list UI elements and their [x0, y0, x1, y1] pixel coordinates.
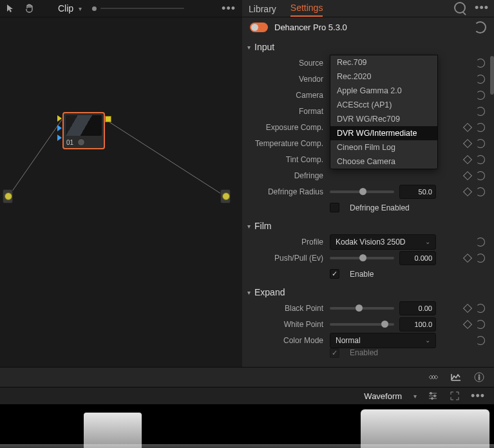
reset-icon[interactable]: [476, 336, 485, 345]
plugin-toggle[interactable]: [250, 23, 268, 32]
svg-line-0: [9, 120, 62, 196]
section-input-header[interactable]: ▾ Input: [247, 39, 485, 55]
option-rec2020[interactable]: Rec.2020: [330, 70, 437, 84]
keyframe-icon[interactable]: [463, 171, 472, 180]
temperature-label: Temperature Comp.: [247, 139, 330, 148]
pushpull-value[interactable]: 0.000: [399, 251, 436, 265]
reset-icon[interactable]: [476, 75, 485, 84]
node-number: 01: [66, 139, 73, 146]
keyframe-icon[interactable]: [463, 154, 472, 163]
node-out[interactable]: [105, 116, 111, 122]
option-dvr-rec709[interactable]: DVR WG/Rec709: [330, 112, 437, 126]
chevron-down-icon: ▾: [247, 223, 251, 230]
film-enable-label: Enable: [350, 270, 374, 279]
keyframe-icon[interactable]: [463, 138, 472, 147]
scopes-icon[interactable]: [450, 371, 462, 383]
node-in-mid[interactable]: [57, 125, 62, 131]
source-label: Source: [247, 59, 330, 68]
clip-slider-track[interactable]: [100, 8, 184, 9]
waveform-scope[interactable]: [0, 404, 494, 448]
reset-icon[interactable]: [476, 171, 485, 180]
keyframe-icon[interactable]: [463, 303, 472, 312]
profile-select[interactable]: Kodak Vision3 250D⌄: [330, 234, 436, 250]
sliders-icon[interactable]: [427, 390, 439, 402]
svg-point-6: [434, 395, 436, 397]
inspector-panel: Library Settings ••• Dehancer Pro 5.3.0 …: [242, 0, 494, 367]
graph-output-dot: [222, 192, 230, 200]
search-icon[interactable]: [454, 2, 466, 14]
keyframe-icon[interactable]: [463, 253, 472, 262]
reset-icon[interactable]: [476, 91, 485, 100]
reset-icon[interactable]: [476, 107, 485, 116]
clip-label: Clip: [58, 3, 73, 14]
more-icon[interactable]: •••: [222, 6, 236, 10]
keyframe-icon[interactable]: [463, 319, 472, 328]
section-input-title: Input: [254, 42, 274, 52]
chevron-down-icon: ▾: [247, 44, 251, 51]
svg-rect-4: [479, 377, 480, 380]
footer-toolbar: [0, 367, 494, 387]
plugin-name: Dehancer Pro 5.3.0: [274, 23, 347, 32]
expand-enabled-label: Enabled: [350, 348, 378, 357]
scrollbar[interactable]: [490, 56, 494, 95]
white-point-value[interactable]: 100.0: [399, 317, 436, 331]
waveform-label[interactable]: Waveform: [364, 391, 402, 401]
reset-icon[interactable]: [476, 155, 485, 164]
color-mode-select[interactable]: Normal⌄: [330, 333, 436, 348]
node-in-top[interactable]: [57, 115, 62, 122]
section-film-header[interactable]: ▾ Film: [247, 218, 485, 234]
expand-icon[interactable]: [449, 390, 461, 402]
white-point-slider[interactable]: [330, 323, 394, 326]
clip-slider-knob[interactable]: [92, 6, 97, 11]
keyframe-icon[interactable]: [463, 187, 472, 196]
white-point-label: White Point: [247, 320, 330, 329]
defringe-radius-slider[interactable]: [330, 191, 394, 193]
film-enable-checkbox[interactable]: [330, 269, 339, 279]
reset-icon[interactable]: [476, 320, 485, 329]
pointer-icon[interactable]: [5, 3, 15, 14]
defringe-radius-value[interactable]: 50.0: [399, 185, 436, 199]
panel-more-icon[interactable]: •••: [475, 6, 489, 10]
reset-icon[interactable]: [476, 59, 485, 68]
reset-icon[interactable]: [476, 187, 485, 196]
hand-icon[interactable]: [24, 3, 35, 14]
option-cineon[interactable]: Cineon Film Log: [330, 140, 437, 154]
info-icon[interactable]: [473, 371, 485, 383]
reset-icon[interactable]: [476, 123, 485, 132]
section-expand-header[interactable]: ▾ Expand: [247, 285, 485, 300]
reset-icon[interactable]: [476, 238, 485, 247]
chevron-down-icon[interactable]: ▾: [413, 393, 417, 400]
black-point-slider[interactable]: [330, 307, 394, 310]
chevron-down-icon: ▾: [247, 289, 251, 296]
node-graph-panel[interactable]: Clip ▾ ••• 01: [0, 0, 242, 367]
defringe-label: Defringe: [247, 171, 330, 180]
node-01[interactable]: 01: [62, 112, 105, 149]
option-dvr-intermediate[interactable]: DVR WG/Intermediate: [330, 126, 437, 140]
node-links: [0, 17, 242, 367]
defringe-enabled-checkbox[interactable]: [330, 203, 339, 212]
option-apple-gamma[interactable]: Apple Gamma 2.0: [330, 84, 437, 98]
node-in-bot[interactable]: [57, 135, 62, 141]
expand-enabled-checkbox[interactable]: [330, 348, 339, 358]
option-acescct[interactable]: ACEScct (AP1): [330, 98, 437, 112]
clip-selector[interactable]: Clip ▾: [58, 3, 184, 14]
plugin-reset-icon[interactable]: [474, 21, 486, 33]
keyframe-icon[interactable]: [463, 122, 472, 131]
tab-library[interactable]: Library: [249, 4, 276, 17]
reset-icon[interactable]: [476, 254, 485, 263]
pushpull-slider[interactable]: [330, 257, 394, 259]
source-dropdown[interactable]: Rec.709 Rec.2020 Apple Gamma 2.0 ACEScct…: [330, 55, 438, 169]
option-rec709[interactable]: Rec.709: [330, 55, 437, 70]
keyframes-panel-icon[interactable]: [427, 371, 439, 383]
reset-icon[interactable]: [476, 304, 485, 313]
reset-icon[interactable]: [476, 139, 485, 148]
chevron-down-icon: ▾: [79, 5, 82, 12]
tab-settings[interactable]: Settings: [290, 3, 323, 17]
profile-label: Profile: [247, 238, 330, 247]
option-choose-camera[interactable]: Choose Camera: [330, 154, 437, 169]
node-thumbnail: [66, 115, 102, 136]
svg-point-7: [432, 398, 433, 400]
waveform-more-icon[interactable]: •••: [471, 394, 485, 398]
black-point-value[interactable]: 0.00: [399, 301, 436, 315]
node-status-icon: [77, 138, 85, 146]
